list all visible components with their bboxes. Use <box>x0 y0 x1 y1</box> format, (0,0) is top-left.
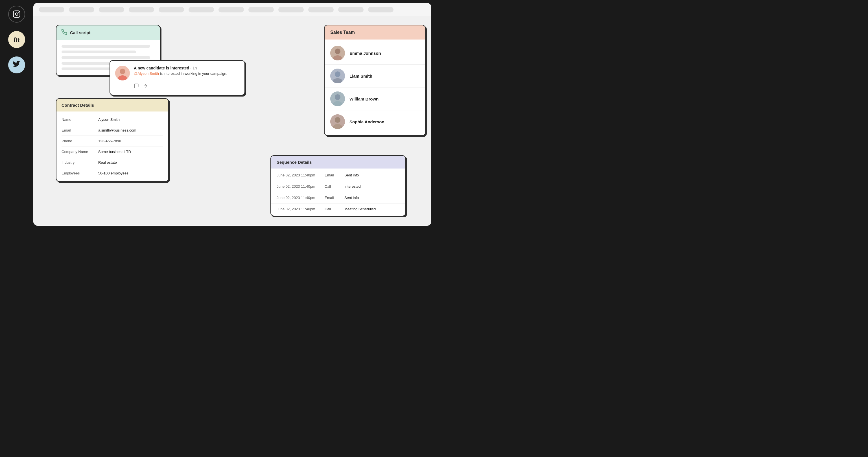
call-script-title: Call script <box>70 30 91 35</box>
contract-label-name: Name <box>62 117 98 122</box>
linkedin-icon[interactable]: in <box>8 31 25 48</box>
seq-date-2: June 02, 2023 11:40pm <box>277 184 322 188</box>
contract-row-email: Email a.smith@business.com <box>62 125 163 136</box>
svg-point-18 <box>335 117 340 123</box>
svg-point-4 <box>120 69 125 74</box>
contract-label-email: Email <box>62 128 98 132</box>
sales-team-header: Sales Team <box>324 25 425 39</box>
contract-label-employees: Employees <box>62 171 98 175</box>
contract-value-email: a.smith@business.com <box>98 128 136 132</box>
notification-body: @Alyson Smith is interested in working i… <box>134 71 239 75</box>
browser-pill-9 <box>278 7 304 12</box>
call-script-header: Call script <box>57 25 160 40</box>
browser-frame: Call script <box>33 3 431 226</box>
browser-pill-7 <box>218 7 244 12</box>
sequence-row-2: June 02, 2023 11:40pm Call Interested <box>271 181 405 192</box>
contract-value-phone: 123-456-7890 <box>98 139 121 143</box>
contract-body: Name Alyson Smith Email a.smith@business… <box>57 112 168 181</box>
sales-team-body: Emma Johnson Liam Smith <box>324 39 425 135</box>
browser-pill-11 <box>338 7 364 12</box>
arrow-right-icon[interactable] <box>143 83 148 90</box>
social-sidebar: in <box>0 0 33 228</box>
sales-member-sophia: Sophia Anderson <box>324 110 425 133</box>
seq-status-3: Sent info <box>344 195 359 200</box>
contract-value-employees: 50-100 employees <box>98 171 128 175</box>
svg-point-1 <box>15 13 18 15</box>
browser-pill-4 <box>129 7 154 12</box>
sequence-card: Sequence Details June 02, 2023 11:40pm E… <box>271 155 406 216</box>
member-name-sophia: Sophia Anderson <box>349 119 384 124</box>
sequence-body: June 02, 2023 11:40pm Email Sent info Ju… <box>271 169 405 216</box>
browser-pill-1 <box>39 7 64 12</box>
contract-header: Contract Details <box>57 99 168 112</box>
text-line-2 <box>62 51 136 53</box>
browser-pill-2 <box>69 7 94 12</box>
notification-card: A new candidate is interested · 1h @Alys… <box>110 60 245 95</box>
contract-row-employees: Employees 50-100 employees <box>62 168 163 178</box>
avatar-william <box>330 91 345 106</box>
browser-pill-12 <box>368 7 394 12</box>
browser-pill-8 <box>248 7 274 12</box>
seq-type-4: Call <box>324 207 342 211</box>
seq-type-3: Email <box>324 195 342 200</box>
comment-icon[interactable] <box>134 83 139 90</box>
seq-type-1: Email <box>324 173 342 177</box>
avatar-sophia <box>330 114 345 129</box>
contract-row-company: Company Name Some business LTD <box>62 147 163 157</box>
notification-mention: @Alyson Smith <box>134 71 159 75</box>
seq-date-4: June 02, 2023 11:40pm <box>277 207 322 211</box>
sequence-row-4: June 02, 2023 11:40pm Call Meeting Sched… <box>271 204 405 215</box>
svg-point-2 <box>18 12 19 12</box>
seq-date-3: June 02, 2023 11:40pm <box>277 195 322 200</box>
contract-value-name: Alyson Smith <box>98 117 120 122</box>
browser-content: Call script <box>33 17 431 225</box>
sales-member-liam: Liam Smith <box>324 65 425 88</box>
notification-actions <box>115 83 239 90</box>
svg-rect-0 <box>13 11 20 17</box>
contract-row-name: Name Alyson Smith <box>62 114 163 125</box>
contract-label-phone: Phone <box>62 139 98 143</box>
seq-status-1: Sent info <box>344 173 359 177</box>
contract-label-industry: Industry <box>62 160 98 164</box>
browser-pill-3 <box>99 7 124 12</box>
seq-status-4: Meeting Scheduled <box>344 207 376 211</box>
contract-card: Contract Details Name Alyson Smith Email… <box>56 98 169 182</box>
sales-team-title: Sales Team <box>330 30 355 35</box>
sales-member-emma: Emma Johnson <box>324 42 425 65</box>
sequence-header: Sequence Details <box>271 156 405 169</box>
notification-title: A new candidate is interested · 1h <box>134 66 239 70</box>
sequence-title: Sequence Details <box>277 160 312 164</box>
seq-type-2: Call <box>324 184 342 188</box>
browser-top-bar <box>33 3 431 17</box>
contract-row-phone: Phone 123-456-7890 <box>62 136 163 147</box>
instagram-icon[interactable] <box>8 6 25 23</box>
avatar-liam <box>330 69 345 83</box>
sequence-row-3: June 02, 2023 11:40pm Email Sent info <box>271 192 405 204</box>
seq-status-2: Interested <box>344 184 361 188</box>
contract-value-company: Some business LTD <box>98 150 131 154</box>
sales-member-william: William Brown <box>324 88 425 110</box>
member-name-emma: Emma Johnson <box>349 51 381 56</box>
member-name-william: William Brown <box>349 96 378 101</box>
sequence-row-1: June 02, 2023 11:40pm Email Sent info <box>271 170 405 181</box>
browser-pill-6 <box>189 7 214 12</box>
text-line-4 <box>62 62 117 65</box>
seq-date-1: June 02, 2023 11:40pm <box>277 173 322 177</box>
text-line-3 <box>62 56 150 59</box>
contract-value-industry: Real estate <box>98 160 117 164</box>
twitter-icon[interactable] <box>8 57 25 73</box>
notification-content: A new candidate is interested · 1h @Alys… <box>134 66 239 75</box>
text-line-1 <box>62 45 150 48</box>
sales-team-card: Sales Team Emma Johnson <box>324 25 426 136</box>
notification-top: A new candidate is interested · 1h @Alys… <box>115 66 239 81</box>
notification-time: · 1h <box>190 66 197 70</box>
contract-row-industry: Industry Real estate <box>62 157 163 168</box>
phone-icon <box>62 29 67 36</box>
avatar-emma <box>330 46 345 60</box>
svg-point-11 <box>335 71 340 77</box>
browser-pill-5 <box>159 7 184 12</box>
contract-title: Contract Details <box>62 103 94 108</box>
contract-label-company: Company Name <box>62 150 98 154</box>
member-name-liam: Liam Smith <box>349 74 372 79</box>
browser-pill-10 <box>308 7 334 12</box>
